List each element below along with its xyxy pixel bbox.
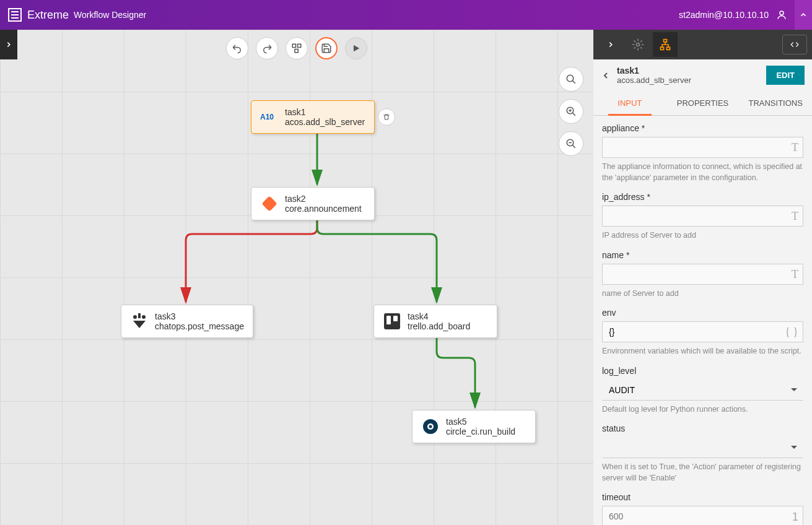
appliance-label: appliance *: [602, 123, 803, 133]
task-action: core.announcement: [285, 204, 362, 214]
chatops-icon: [130, 312, 149, 331]
task-name: task2: [285, 194, 362, 204]
task-name: task1: [285, 107, 365, 117]
trash-icon: [383, 113, 390, 121]
edit-button[interactable]: EDIT: [766, 66, 805, 85]
status-help: When it is set to True, the 'Action' par…: [602, 462, 803, 484]
svg-rect-21: [664, 40, 667, 42]
tree-tab-button[interactable]: [653, 32, 678, 57]
gear-icon: [632, 38, 644, 51]
task-action: circle_ci.run_build: [446, 427, 515, 436]
task-node-task2[interactable]: task2 core.announcement: [251, 187, 375, 220]
object-type-icon: { }: [785, 326, 798, 339]
name-label: name *: [602, 250, 803, 260]
selected-task-name: task1: [617, 66, 760, 76]
env-help: Environment variables which will be avai…: [602, 346, 803, 357]
svg-rect-14: [384, 313, 400, 329]
code-view-button[interactable]: [782, 35, 807, 54]
code-icon: [788, 40, 801, 49]
svg-rect-10: [261, 196, 277, 211]
input-form: appliance * T The appliance information …: [593, 116, 812, 525]
announcement-icon: [260, 194, 279, 213]
appliance-input[interactable]: [602, 137, 803, 158]
svg-point-19: [429, 425, 432, 428]
ip-address-input[interactable]: [602, 206, 803, 227]
panel-collapse-button[interactable]: [598, 32, 623, 57]
selected-task-action: acos.add_slb_server: [617, 76, 760, 85]
circleci-icon: [421, 417, 440, 436]
run-button[interactable]: [345, 37, 367, 59]
user-icon[interactable]: [776, 9, 787, 20]
appliance-help: The appliance information to connect, wh…: [602, 162, 803, 183]
timeout-label: timeout: [602, 492, 803, 502]
text-type-icon: T: [792, 267, 798, 280]
task-header: task1 acos.add_slb_server EDIT: [593, 59, 812, 91]
task-node-task4[interactable]: task4 trello.add_board: [373, 305, 497, 338]
text-type-icon: T: [792, 141, 798, 154]
brand-name: Extreme: [27, 9, 69, 22]
panel-tabs: INPUT PROPERTIES TRANSITIONS: [593, 91, 812, 116]
task-node-task5[interactable]: task5 circle_ci.run_build: [412, 410, 536, 443]
trello-icon: [383, 312, 401, 331]
play-icon: [352, 44, 360, 53]
canvas-toolbar: [226, 37, 367, 59]
delete-task-button[interactable]: [378, 108, 395, 126]
redo-button[interactable]: [256, 37, 278, 59]
layout-icon: [291, 43, 302, 54]
svg-point-11: [133, 315, 137, 319]
extreme-logo-icon: [7, 7, 22, 22]
ip-address-label: ip_address *: [602, 192, 803, 202]
task-name: task4: [408, 311, 470, 321]
ip-address-help: IP address of Server to add: [602, 230, 803, 241]
panel-toolbar: [593, 30, 812, 59]
status-select[interactable]: [602, 437, 803, 458]
task-name: task5: [446, 417, 515, 427]
task-node-task1[interactable]: A10 task1 acos.add_slb_server: [251, 100, 375, 134]
tab-transitions[interactable]: TRANSITIONS: [739, 91, 812, 115]
undo-icon: [232, 43, 243, 54]
zoom-reset-button[interactable]: [559, 67, 583, 92]
app-header: Extreme Workflow Designer st2admin@10.10…: [0, 0, 812, 30]
env-input[interactable]: [602, 321, 803, 342]
tab-properties[interactable]: PROPERTIES: [666, 91, 740, 115]
header-collapse-button[interactable]: [795, 0, 812, 30]
zoom-controls: [559, 67, 583, 156]
zoom-in-icon: [565, 106, 577, 117]
task-action: trello.add_board: [408, 321, 470, 331]
log-level-select[interactable]: AUDIT: [602, 380, 803, 401]
brand-logo: Extreme: [7, 7, 69, 22]
task-action: chatops.post_message: [155, 321, 244, 331]
zoom-in-button[interactable]: [559, 99, 583, 124]
svg-point-12: [142, 315, 146, 319]
svg-rect-13: [138, 313, 141, 318]
layout-button[interactable]: [286, 37, 308, 59]
task-name: task3: [155, 311, 244, 321]
svg-rect-4: [295, 50, 298, 53]
status-label: status: [602, 423, 803, 433]
name-help: name of Server to add: [602, 289, 803, 300]
svg-rect-23: [667, 47, 670, 50]
zoom-out-button[interactable]: [559, 131, 583, 156]
log-level-label: log_level: [602, 366, 803, 376]
tab-input[interactable]: INPUT: [593, 91, 666, 115]
number-type-icon: 1: [792, 510, 798, 523]
name-input[interactable]: [602, 264, 803, 285]
user-label: st2admin@10.10.10.10: [679, 10, 769, 20]
undo-button[interactable]: [226, 37, 248, 59]
chevron-right-icon: [606, 40, 615, 49]
workflow-canvas[interactable]: A10 task1 acos.add_slb_server task2 core…: [0, 30, 593, 525]
env-label: env: [602, 308, 803, 318]
save-button[interactable]: [315, 37, 338, 59]
a10-icon: A10: [260, 108, 279, 126]
timeout-input[interactable]: [602, 506, 803, 525]
app-title: Workflow Designer: [74, 10, 146, 20]
text-type-icon: T: [792, 210, 798, 223]
left-panel-toggle[interactable]: [0, 30, 17, 59]
svg-point-1: [780, 11, 784, 15]
back-icon[interactable]: [601, 71, 611, 80]
chevron-right-icon: [4, 40, 13, 49]
log-level-help: Default log level for Python runner acti…: [602, 404, 803, 415]
task-node-task3[interactable]: task3 chatops.post_message: [121, 305, 253, 338]
settings-tab-button[interactable]: [626, 32, 650, 57]
svg-rect-2: [292, 44, 295, 47]
